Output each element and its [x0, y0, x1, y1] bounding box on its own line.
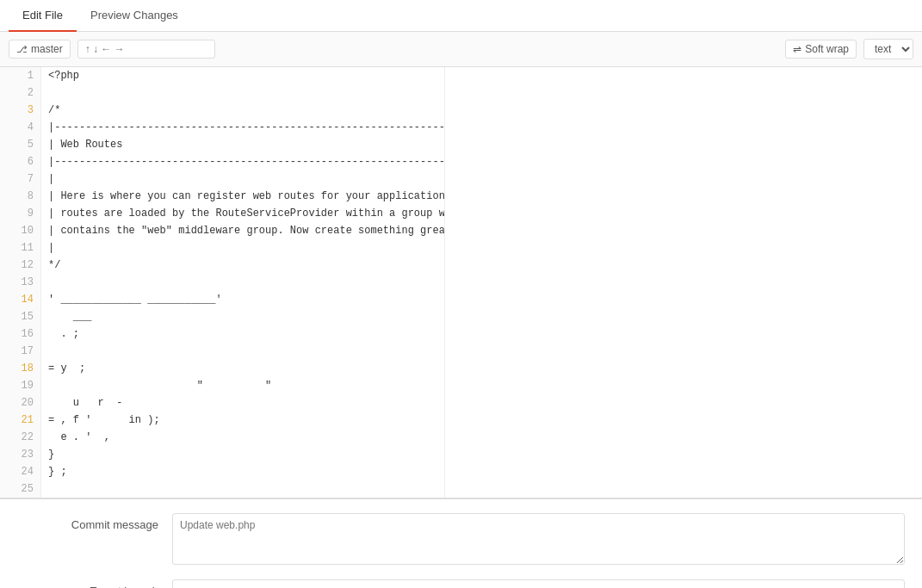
commit-message-input[interactable]: [172, 513, 905, 565]
editor-container: 1234567891011121314151617181920212223242…: [0, 67, 922, 498]
softwrap-button[interactable]: ⇌ Soft wrap: [785, 40, 857, 59]
code-line: ' _____________ ___________': [48, 291, 444, 308]
softwrap-label: Soft wrap: [805, 43, 849, 55]
code-line: u r -: [48, 394, 444, 412]
line-number: 20: [0, 394, 40, 412]
code-line: }: [48, 446, 444, 463]
code-line: [48, 343, 444, 360]
code-line: | routes are loaded by the RouteServiceP…: [48, 205, 444, 222]
code-line: e . ' ,: [48, 429, 444, 446]
line-number: 12: [0, 257, 40, 274]
line-number: 10: [0, 222, 40, 239]
target-branch-wrap: [172, 579, 905, 588]
branch-name: master: [31, 43, 63, 55]
code-line: | Web Routes: [48, 136, 444, 153]
code-line: | Here is where you can register web rou…: [48, 188, 444, 205]
mode-select[interactable]: text: [863, 39, 913, 59]
line-number: 5: [0, 136, 40, 153]
line-number: 15: [0, 308, 40, 325]
line-number: 9: [0, 205, 40, 222]
line-number: 22: [0, 429, 40, 446]
branch-icon: ⎇: [16, 44, 28, 55]
line-number: 16: [0, 325, 40, 343]
commit-message-wrap: [172, 513, 905, 567]
filename-input[interactable]: [77, 40, 215, 59]
code-line: |---------------------------------------…: [48, 153, 444, 170]
line-number: 14: [0, 291, 40, 308]
code-line: */: [48, 257, 444, 274]
code-line: [48, 480, 444, 498]
code-line: |: [48, 170, 444, 188]
code-line: = , f ' in );: [48, 412, 444, 429]
line-number: 2: [0, 84, 40, 102]
editor-right-panel: [444, 67, 922, 498]
code-line: /*: [48, 102, 444, 119]
code-line: |: [48, 239, 444, 257]
line-number: 3: [0, 102, 40, 119]
line-numbers: 1234567891011121314151617181920212223242…: [0, 67, 41, 498]
code-line: |---------------------------------------…: [48, 119, 444, 136]
line-number: 23: [0, 446, 40, 463]
line-number: 1: [0, 67, 40, 84]
commit-message-row: Commit message: [17, 513, 905, 567]
tab-edit-file[interactable]: Edit File: [9, 0, 77, 32]
line-number: 6: [0, 153, 40, 170]
commit-form: Commit message Target branch: [0, 498, 922, 588]
target-branch-row: Target branch: [17, 579, 905, 588]
code-line: | contains the "web" middleware group. N…: [48, 222, 444, 239]
line-number: 11: [0, 239, 40, 257]
line-number: 4: [0, 119, 40, 136]
line-number: 21: [0, 412, 40, 429]
line-number: 24: [0, 463, 40, 480]
branch-selector[interactable]: ⎇ master: [9, 40, 71, 59]
line-number: 17: [0, 343, 40, 360]
code-line: ___: [48, 308, 444, 325]
softwrap-icon: ⇌: [793, 43, 801, 55]
line-number: 7: [0, 170, 40, 188]
code-line: } ;: [48, 463, 444, 480]
tab-preview-changes[interactable]: Preview Changes: [77, 0, 192, 32]
code-line: = y ;: [48, 360, 444, 377]
target-branch-input[interactable]: [172, 579, 905, 588]
code-line: . ;: [48, 325, 444, 343]
page-container: Edit File Preview Changes ⎇ master ⇌ Sof…: [0, 0, 922, 588]
line-number: 18: [0, 360, 40, 377]
line-number: 25: [0, 480, 40, 498]
code-line: <?php: [48, 67, 444, 84]
editor-toolbar: ⎇ master ⇌ Soft wrap text: [0, 32, 922, 67]
line-number: 8: [0, 188, 40, 205]
code-line: [48, 274, 444, 291]
code-line: " ": [48, 377, 444, 394]
tabs-bar: Edit File Preview Changes: [0, 0, 922, 32]
line-number: 19: [0, 377, 40, 394]
target-branch-label: Target branch: [17, 579, 172, 588]
line-number: 13: [0, 274, 40, 291]
code-line: [48, 84, 444, 102]
commit-message-label: Commit message: [17, 513, 172, 531]
code-area[interactable]: <?php /* |------------------------------…: [41, 67, 444, 498]
